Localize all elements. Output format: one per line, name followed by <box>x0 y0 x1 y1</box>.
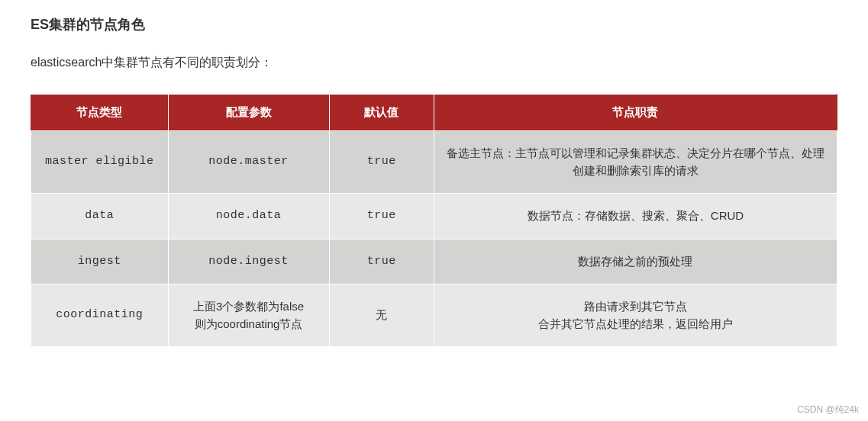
page-subtitle: elasticsearch中集群节点有不同的职责划分： <box>31 55 837 71</box>
cell-param: 上面3个参数都为false则为coordinating节点 <box>168 284 329 347</box>
header-duty: 节点职责 <box>434 95 837 131</box>
cell-default: 无 <box>329 284 434 347</box>
cell-param: node.ingest <box>168 239 329 284</box>
cell-param: node.master <box>168 131 329 194</box>
cell-type: ingest <box>31 239 169 284</box>
header-default: 默认值 <box>329 95 434 131</box>
table-row: coordinating 上面3个参数都为false则为coordinating… <box>31 284 837 347</box>
cell-duty: 数据节点：存储数据、搜索、聚合、CRUD <box>434 194 837 239</box>
cell-duty: 路由请求到其它节点合并其它节点处理的结果，返回给用户 <box>434 284 837 347</box>
cell-default: true <box>329 239 434 284</box>
cell-duty: 数据存储之前的预处理 <box>434 239 837 284</box>
header-param: 配置参数 <box>168 95 329 131</box>
page-title: ES集群的节点角色 <box>31 15 837 34</box>
cell-default: true <box>329 194 434 239</box>
cell-duty: 备选主节点：主节点可以管理和记录集群状态、决定分片在哪个节点、处理创建和删除索引… <box>434 131 837 194</box>
cell-default: true <box>329 131 434 194</box>
table-row: data node.data true 数据节点：存储数据、搜索、聚合、CRUD <box>31 194 837 239</box>
table-row: ingest node.ingest true 数据存储之前的预处理 <box>31 239 837 284</box>
table-header-row: 节点类型 配置参数 默认值 节点职责 <box>31 95 837 131</box>
cell-param: node.data <box>168 194 329 239</box>
watermark: CSDN @纯24k <box>797 403 859 416</box>
cell-type: master eligible <box>31 131 169 194</box>
cell-type: data <box>31 194 169 239</box>
cell-type: coordinating <box>31 284 169 347</box>
table-row: master eligible node.master true 备选主节点：主… <box>31 131 837 194</box>
header-type: 节点类型 <box>31 95 169 131</box>
node-roles-table: 节点类型 配置参数 默认值 节点职责 master eligible node.… <box>31 94 837 347</box>
